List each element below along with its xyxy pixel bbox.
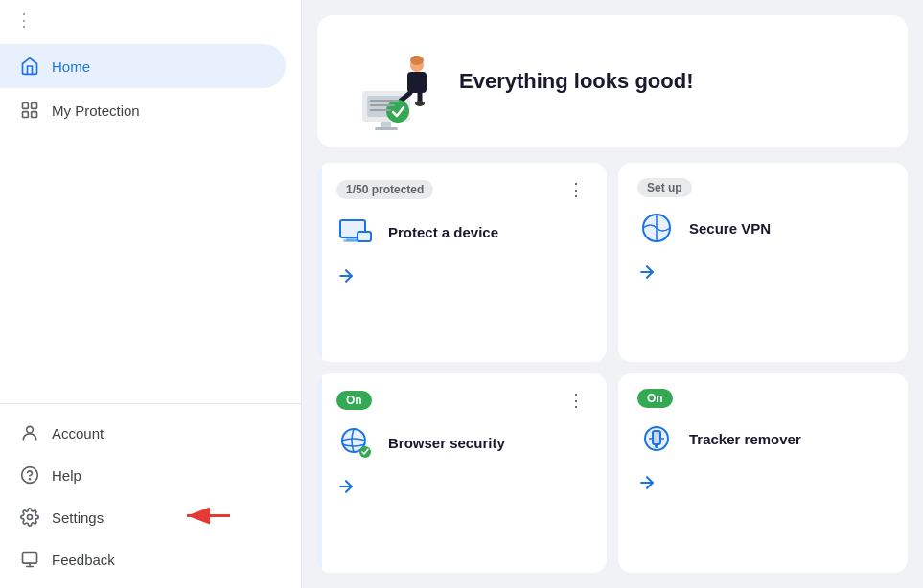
sidebar-item-account-label: Account (52, 425, 104, 441)
browser-security-title: Browser security (388, 435, 505, 451)
svg-rect-19 (407, 72, 427, 93)
card-header: On (637, 389, 888, 408)
sidebar-item-my-protection[interactable]: My Protection (0, 88, 301, 132)
card-indicator (317, 163, 322, 362)
tracker-remover-title: Tracker remover (689, 431, 801, 447)
protect-device-menu[interactable]: ⋮ (565, 178, 588, 201)
sidebar-item-settings[interactable]: Settings (0, 496, 301, 538)
sidebar-bottom: Account Help Settings (0, 403, 301, 588)
protection-icon (19, 100, 40, 121)
secure-vpn-badge: Set up (637, 178, 692, 197)
card-header: On ⋮ (336, 389, 588, 412)
browser-security-badge: On (336, 391, 372, 410)
sidebar-item-label: My Protection (52, 102, 140, 119)
protect-device-icon (336, 213, 375, 251)
secure-vpn-icon (637, 209, 676, 247)
svg-point-40 (655, 444, 658, 448)
card-secure-vpn: Set up Secure VPN (618, 163, 908, 362)
protect-device-badge: 1/50 protected (336, 180, 433, 199)
svg-point-7 (28, 515, 33, 520)
main-content: Everything looks good! 1/50 protected ⋮ (302, 0, 923, 588)
card-indicator (317, 373, 322, 573)
card-header: 1/50 protected ⋮ (336, 178, 588, 201)
tracker-remover-arrow[interactable] (637, 473, 888, 492)
sidebar: ⋮ Home My Protection (0, 0, 302, 588)
svg-rect-3 (32, 112, 37, 118)
browser-security-menu[interactable]: ⋮ (565, 389, 588, 412)
settings-icon (19, 507, 40, 528)
card-body: Tracker remover (637, 419, 888, 458)
svg-rect-16 (375, 127, 398, 130)
secure-vpn-arrow[interactable] (637, 262, 888, 282)
card-protect-device: 1/50 protected ⋮ Protect a device (317, 163, 607, 362)
sidebar-item-home[interactable]: Home (0, 44, 286, 88)
red-arrow-indicator (177, 502, 235, 533)
card-header: Set up (637, 178, 888, 197)
help-icon (19, 464, 40, 486)
card-body: Secure VPN (637, 209, 888, 247)
sidebar-item-label: Home (52, 58, 90, 75)
hero-illustration (348, 38, 444, 124)
sidebar-item-settings-label: Settings (52, 509, 104, 526)
sidebar-item-help-label: Help (52, 467, 81, 484)
sidebar-item-account[interactable]: Account (0, 412, 301, 454)
hero-card: Everything looks good! (317, 15, 908, 147)
tracker-remover-badge: On (637, 389, 673, 408)
account-icon (19, 422, 40, 443)
home-icon (19, 56, 40, 77)
sidebar-item-feedback[interactable]: Feedback (0, 538, 301, 580)
sidebar-item-help[interactable]: Help (0, 454, 301, 496)
drag-dots-icon: ⋮ (15, 11, 35, 29)
card-browser-security: On ⋮ Browser security (317, 373, 607, 573)
protect-device-arrow[interactable] (336, 266, 588, 285)
svg-point-18 (410, 56, 424, 65)
secure-vpn-title: Secure VPN (689, 220, 771, 237)
card-body: Protect a device (336, 213, 588, 251)
svg-rect-0 (23, 103, 29, 109)
cards-grid: 1/50 protected ⋮ Protect a device (317, 163, 908, 573)
svg-point-4 (27, 426, 34, 433)
drag-handle[interactable]: ⋮ (0, 0, 301, 36)
card-body: Browser security (336, 423, 588, 462)
svg-rect-2 (23, 112, 29, 118)
svg-rect-39 (653, 431, 660, 444)
hero-text: Everything looks good! (459, 69, 693, 94)
svg-rect-1 (32, 103, 37, 109)
feedback-icon (19, 549, 40, 570)
svg-rect-10 (23, 553, 37, 564)
browser-security-arrow[interactable] (336, 477, 588, 496)
tracker-remover-icon (637, 419, 676, 458)
protect-device-title: Protect a device (388, 224, 498, 240)
card-tracker-remover: On Tracker remover (618, 373, 908, 573)
svg-rect-31 (358, 232, 371, 241)
sidebar-item-feedback-label: Feedback (52, 552, 115, 568)
browser-security-icon (336, 423, 375, 462)
sidebar-nav: Home My Protection (0, 36, 301, 403)
svg-point-23 (415, 101, 425, 106)
hero-title: Everything looks good! (459, 69, 693, 94)
